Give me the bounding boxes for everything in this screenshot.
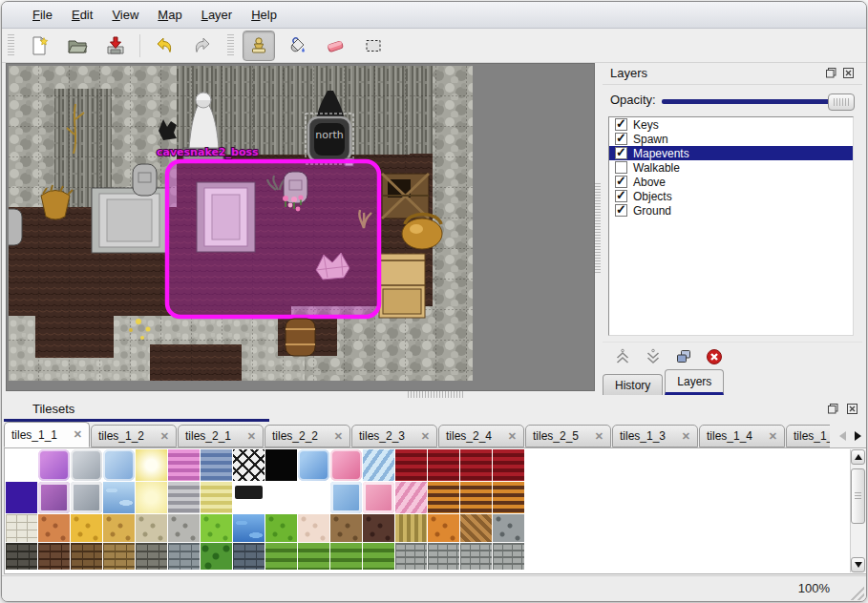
palette-tile[interactable] — [103, 482, 135, 513]
close-panel-icon[interactable] — [842, 67, 855, 79]
palette-tile[interactable] — [460, 514, 492, 542]
palette-tile[interactable] — [201, 514, 232, 542]
palette-tile[interactable] — [428, 449, 459, 481]
palette-tile[interactable] — [493, 449, 524, 481]
palette-tile[interactable] — [201, 449, 232, 481]
scroll-tabs-left-button[interactable] — [835, 426, 850, 447]
palette-tile[interactable] — [460, 543, 492, 570]
palette-tile[interactable] — [395, 543, 427, 570]
menu-item[interactable]: Map — [148, 4, 191, 26]
palette-tile[interactable] — [168, 449, 200, 481]
layer-row[interactable]: Keys — [609, 117, 853, 132]
palette-tile[interactable] — [330, 482, 362, 513]
tab-close-icon[interactable] — [508, 430, 517, 443]
tab-close-icon[interactable] — [247, 430, 256, 443]
palette-tile[interactable] — [71, 482, 102, 513]
palette-tile[interactable] — [233, 543, 265, 570]
opacity-slider-handle[interactable] — [828, 94, 855, 111]
palette-tile[interactable] — [103, 449, 135, 481]
palette-tile[interactable] — [298, 543, 329, 570]
layer-visibility-checkbox[interactable] — [615, 133, 627, 145]
palette-tile[interactable] — [265, 449, 297, 481]
palette-tile[interactable] — [265, 482, 297, 513]
dock-tab[interactable]: Layers — [665, 369, 724, 395]
palette-tile[interactable] — [363, 449, 394, 481]
resize-grip[interactable] — [847, 583, 864, 600]
palette-tile[interactable] — [6, 449, 37, 481]
palette-tile[interactable] — [233, 482, 265, 513]
redo-button[interactable] — [186, 31, 219, 61]
palette-tile[interactable] — [6, 543, 37, 570]
tileset-tab[interactable]: tiles_2_5 — [525, 425, 611, 447]
scroll-tabs-right-button[interactable] — [850, 426, 865, 447]
toolbar-handle[interactable] — [227, 34, 234, 57]
tileset-tab[interactable]: tiles_2_3 — [351, 425, 437, 447]
map-view-panel[interactable]: north — [6, 63, 595, 391]
palette-tile[interactable] — [493, 482, 524, 513]
palette-tile[interactable] — [265, 543, 297, 570]
layer-row[interactable]: Mapevents — [609, 146, 853, 160]
palette-tile[interactable] — [395, 482, 427, 513]
map-canvas[interactable]: north — [9, 66, 473, 381]
palette-tile[interactable] — [298, 482, 329, 513]
eraser-tool-button[interactable] — [319, 31, 351, 61]
move-layer-down-button[interactable] — [643, 346, 664, 367]
palette-tile[interactable] — [103, 514, 135, 542]
layer-visibility-checkbox[interactable] — [615, 204, 627, 217]
tileset-tab[interactable]: tiles_2_4 — [438, 425, 524, 447]
float-panel-icon[interactable] — [827, 403, 839, 415]
layer-visibility-checkbox[interactable] — [615, 190, 627, 202]
palette-tile[interactable] — [38, 543, 70, 570]
float-panel-icon[interactable] — [825, 67, 837, 79]
fill-tool-button[interactable] — [281, 31, 313, 61]
menu-item[interactable]: Edit — [62, 4, 102, 26]
palette-tile[interactable] — [330, 449, 362, 481]
layer-visibility-checkbox[interactable] — [615, 176, 627, 188]
palette-tile[interactable] — [460, 449, 492, 481]
palette-tile[interactable] — [298, 449, 329, 481]
palette-tile[interactable] — [265, 514, 297, 542]
palette-tile[interactable] — [298, 514, 329, 542]
palette-tile[interactable] — [493, 543, 524, 570]
palette-scrollbar[interactable] — [850, 449, 866, 572]
stamp-tool-button[interactable] — [243, 31, 275, 61]
palette-tile[interactable] — [460, 482, 492, 513]
move-layer-up-button[interactable] — [612, 346, 633, 367]
palette-tile[interactable] — [428, 482, 459, 513]
palette-tile[interactable] — [201, 543, 232, 570]
palette-tile[interactable] — [168, 543, 200, 570]
palette-tile[interactable] — [395, 449, 427, 481]
layer-row[interactable]: Walkable — [609, 160, 853, 175]
palette-tile[interactable] — [363, 543, 394, 570]
layer-row[interactable]: Spawn — [609, 132, 853, 146]
tab-close-icon[interactable] — [421, 430, 430, 443]
scroll-down-button[interactable] — [851, 557, 865, 572]
horizontal-splitter[interactable] — [408, 391, 465, 398]
tileset-tab[interactable]: tiles_1_1 — [4, 422, 90, 447]
tab-close-icon[interactable] — [682, 430, 690, 443]
tileset-tab[interactable]: tiles_1_4 — [699, 425, 785, 447]
tab-close-icon[interactable] — [769, 430, 777, 443]
tab-close-icon[interactable] — [74, 428, 82, 441]
tile-grid[interactable] — [6, 449, 524, 570]
close-panel-icon[interactable] — [846, 403, 858, 415]
palette-tile[interactable] — [363, 482, 394, 513]
palette-tile[interactable] — [38, 514, 70, 542]
duplicate-layer-button[interactable] — [673, 346, 694, 367]
new-file-button[interactable] — [23, 31, 55, 61]
open-file-button[interactable] — [61, 31, 94, 61]
palette-tile[interactable] — [201, 482, 232, 513]
tileset-tab[interactable]: tiles_1_ — [786, 425, 830, 447]
palette-tile[interactable] — [38, 449, 70, 481]
tileset-tab[interactable]: tiles_1_3 — [612, 425, 698, 447]
palette-tile[interactable] — [71, 514, 102, 542]
palette-tile[interactable] — [71, 543, 102, 570]
palette-tile[interactable] — [168, 514, 200, 542]
menu-item[interactable]: Layer — [192, 4, 243, 26]
palette-tile[interactable] — [103, 543, 135, 570]
palette-tile[interactable] — [136, 543, 167, 570]
palette-tile[interactable] — [38, 482, 70, 513]
tab-close-icon[interactable] — [595, 430, 603, 443]
menu-item[interactable]: Help — [242, 4, 286, 26]
toolbar-handle[interactable] — [8, 34, 14, 57]
